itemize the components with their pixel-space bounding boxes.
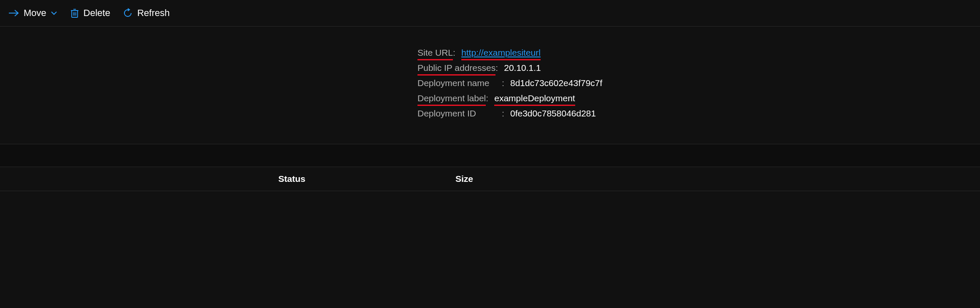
property-row-deployment-id: Deployment ID : 0fe3d0c7858046d281: [417, 108, 980, 119]
deployment-id-value: 0fe3d0c7858046d281: [510, 108, 596, 119]
colon: :: [486, 93, 491, 103]
public-ip-label: Public IP addresses: [417, 63, 495, 73]
delete-label: Delete: [83, 8, 110, 19]
deployment-id-label: Deployment ID: [417, 108, 502, 119]
column-header-status[interactable]: Status: [278, 174, 426, 184]
property-row-deployment-name: Deployment name : 8d1dc73c602e43f79c7f: [417, 78, 980, 88]
site-url-link[interactable]: http://examplesiteurl: [461, 48, 541, 57]
column-header-size[interactable]: Size: [455, 174, 473, 184]
content-area: Site URL : http://examplesiteurl Public …: [0, 27, 980, 191]
deployment-label-label: Deployment label: [417, 93, 486, 103]
chevron-down-icon: [51, 11, 57, 15]
properties-panel: Site URL : http://examplesiteurl Public …: [417, 48, 980, 119]
colon: :: [502, 108, 507, 119]
site-url-label: Site URL: [417, 48, 453, 57]
property-row-site-url: Site URL : http://examplesiteurl: [417, 48, 980, 58]
move-button[interactable]: Move: [8, 8, 57, 19]
deployment-label-value: exampleDeployment: [494, 93, 575, 103]
table-section: Status Size: [0, 144, 980, 191]
refresh-icon: [123, 8, 133, 18]
colon: :: [495, 63, 501, 73]
deployment-name-label: Deployment name: [417, 78, 502, 88]
arrow-right-icon: [8, 9, 19, 17]
deployment-name-value: 8d1dc73c602e43f79c7f: [510, 78, 602, 88]
toolbar: Move Delete Refresh: [0, 0, 980, 27]
refresh-button[interactable]: Refresh: [123, 8, 170, 19]
public-ip-value: 20.10.1.1: [504, 63, 541, 73]
trash-icon: [70, 8, 79, 18]
colon: :: [502, 78, 507, 88]
property-row-deployment-label: Deployment label : exampleDeployment: [417, 93, 980, 103]
table-spacer: [0, 144, 980, 167]
table-header-row: Status Size: [0, 167, 980, 191]
property-row-public-ip: Public IP addresses : 20.10.1.1: [417, 63, 980, 73]
refresh-label: Refresh: [137, 8, 170, 19]
move-label: Move: [24, 8, 46, 19]
colon: :: [453, 48, 458, 58]
delete-button[interactable]: Delete: [70, 8, 110, 19]
